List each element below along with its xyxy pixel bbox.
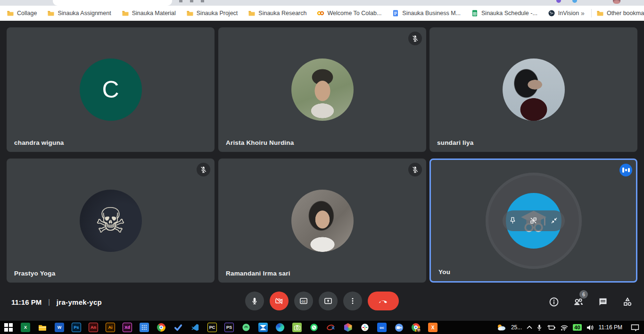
bookmarks-divider bbox=[591, 9, 592, 17]
address-bar-fragment[interactable] bbox=[53, 0, 172, 6]
other-bookmarks-button[interactable]: Other bookmarks bbox=[596, 9, 644, 17]
participant-name: sundari liya bbox=[437, 139, 473, 146]
bookmark-sinauka-project[interactable]: Sinauka Project bbox=[186, 9, 238, 17]
tray-mic-icon[interactable] bbox=[537, 324, 542, 331]
participants-button[interactable]: 6 bbox=[572, 296, 585, 308]
slack-icon[interactable] bbox=[360, 323, 370, 332]
pycharm-icon[interactable]: PC bbox=[207, 323, 217, 332]
participant-tile-sundari[interactable]: sundari liya bbox=[429, 27, 637, 152]
blue-grid-app-icon[interactable] bbox=[140, 323, 149, 332]
bookmark-sinauka-schedule[interactable]: Sinauka Schedule -... bbox=[471, 9, 537, 17]
meeting-code: jra-ymek-ycp bbox=[57, 298, 102, 306]
oc-app-icon[interactable]: oc bbox=[377, 323, 387, 332]
photo-avatar: ☠ bbox=[80, 190, 142, 252]
taskbar-apps: X W Ps An Ai Xd PC PS oc X bbox=[0, 323, 438, 332]
screen-recorder-icon[interactable] bbox=[326, 323, 336, 332]
folder-icon bbox=[596, 9, 604, 17]
mic-off-icon bbox=[408, 163, 422, 176]
vscode-icon[interactable] bbox=[190, 323, 200, 332]
fullscreen-exit-icon[interactable] bbox=[549, 215, 560, 226]
mic-button[interactable] bbox=[245, 292, 264, 310]
bookmark-label: Collage bbox=[17, 10, 37, 17]
bookmark-sinauka-business[interactable]: Sinauka Business M... bbox=[392, 9, 461, 17]
hexagon-app-icon[interactable] bbox=[343, 323, 353, 332]
participant-name: Arista Khoiru Nurdina bbox=[226, 139, 294, 146]
adobe-xd-icon[interactable]: Xd bbox=[123, 323, 132, 332]
start-button-icon[interactable] bbox=[4, 323, 13, 332]
invision-icon bbox=[548, 9, 555, 17]
avatar-letter: C bbox=[102, 76, 119, 103]
battery-percent-badge[interactable]: 40 bbox=[573, 324, 581, 331]
bookmark-sinauka-material[interactable]: Sinauka Material bbox=[122, 9, 176, 17]
system-tray: 25... 40 11:16 PM bbox=[496, 324, 644, 331]
folder-icon bbox=[122, 9, 129, 17]
folder-icon bbox=[47, 9, 55, 17]
activities-button[interactable] bbox=[621, 296, 634, 308]
participant-name: chandra wiguna bbox=[14, 139, 64, 146]
extension-icon[interactable] bbox=[572, 0, 577, 3]
grid-off-icon[interactable] bbox=[528, 215, 539, 226]
chat-icon bbox=[597, 296, 609, 308]
weather-icon[interactable] bbox=[496, 324, 506, 331]
bookmark-label: InVision bbox=[558, 10, 579, 17]
present-button[interactable] bbox=[319, 292, 338, 310]
extension-icon[interactable] bbox=[556, 0, 561, 3]
pin-icon[interactable] bbox=[507, 215, 519, 226]
extension-icon[interactable] bbox=[179, 0, 182, 2]
tray-chevron-icon[interactable] bbox=[527, 326, 532, 329]
word-icon[interactable]: W bbox=[55, 323, 64, 332]
chrome-profile-icon[interactable] bbox=[411, 323, 421, 332]
extension-icon[interactable] bbox=[201, 0, 204, 2]
svg-text:CC: CC bbox=[301, 300, 306, 303]
meeting-details-button[interactable] bbox=[548, 296, 560, 308]
tray-clock[interactable]: 11:16 PM bbox=[599, 324, 622, 331]
bookmark-welcome-to-colab[interactable]: Welcome To Colab... bbox=[317, 9, 381, 17]
wifi-icon[interactable] bbox=[561, 325, 568, 331]
speaker-icon[interactable] bbox=[586, 325, 594, 331]
bookmark-collage[interactable]: Collage bbox=[7, 9, 37, 17]
bookmarks-overflow-chevron[interactable]: » bbox=[579, 9, 586, 17]
battery-icon[interactable] bbox=[546, 325, 556, 330]
present-icon bbox=[323, 296, 333, 306]
folder-icon bbox=[248, 9, 256, 17]
participant-tile-chandra[interactable]: C chandra wiguna bbox=[7, 27, 215, 152]
weather-temp[interactable]: 25... bbox=[511, 324, 522, 331]
bookmark-label: Welcome To Colab... bbox=[327, 10, 381, 17]
xampp-icon[interactable]: X bbox=[428, 323, 438, 332]
excel-icon[interactable]: X bbox=[21, 323, 30, 332]
participant-tile-prastyo[interactable]: ☠ Prastyo Yoga bbox=[7, 159, 215, 283]
camera-off-button[interactable] bbox=[270, 292, 289, 310]
avatar-ring bbox=[486, 173, 582, 269]
bookmark-invision[interactable]: InVision bbox=[548, 9, 579, 17]
todo-check-icon[interactable] bbox=[173, 323, 183, 332]
meet-camera-icon[interactable] bbox=[394, 323, 404, 332]
edge-icon[interactable] bbox=[275, 323, 285, 332]
more-options-button[interactable] bbox=[343, 292, 362, 310]
captions-button[interactable]: CC bbox=[294, 292, 313, 310]
mic-off-icon bbox=[408, 32, 422, 45]
gsheets-icon bbox=[471, 9, 479, 17]
bookmark-label: Sinauka Business M... bbox=[402, 10, 461, 17]
action-center-icon[interactable] bbox=[631, 324, 639, 331]
bookmark-sinauka-assignment[interactable]: Sinauka Assignment bbox=[47, 9, 111, 17]
participant-tile-you[interactable]: You bbox=[429, 159, 637, 283]
letter-avatar: C bbox=[80, 58, 142, 121]
illustrator-icon[interactable]: Ai bbox=[106, 323, 115, 332]
animate-icon[interactable]: An bbox=[89, 323, 98, 332]
extension-icon[interactable] bbox=[190, 0, 193, 2]
profile-avatar[interactable] bbox=[613, 0, 620, 4]
photoshop-icon[interactable]: Ps bbox=[72, 323, 81, 332]
phpstorm-icon[interactable]: PS bbox=[224, 323, 234, 332]
green-camera-icon[interactable] bbox=[292, 323, 302, 332]
android-icon[interactable] bbox=[241, 323, 251, 332]
participant-tile-ramandani[interactable]: Ramandani Irma sari bbox=[218, 159, 426, 283]
bookmark-sinauka-research[interactable]: Sinauka Research bbox=[248, 9, 306, 17]
participant-tile-arista[interactable]: Arista Khoiru Nurdina bbox=[218, 27, 426, 152]
chat-button[interactable] bbox=[597, 296, 609, 308]
mail-icon[interactable] bbox=[258, 323, 268, 332]
hang-up-button[interactable] bbox=[368, 292, 399, 310]
file-explorer-icon[interactable] bbox=[38, 323, 47, 332]
whatsapp-icon[interactable] bbox=[309, 323, 319, 332]
bookmark-label: Sinauka Assignment bbox=[58, 10, 111, 17]
chrome-icon[interactable] bbox=[157, 323, 166, 332]
